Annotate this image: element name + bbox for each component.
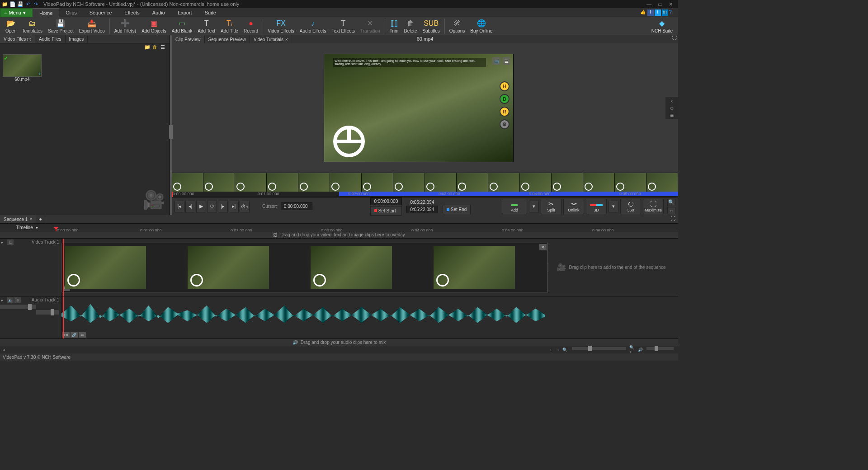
unlink-button[interactable]: ⫘Unlink — [563, 199, 584, 214]
close-button[interactable]: ✕ — [669, 1, 673, 7]
maximize-button[interactable]: ⛶Maximize — [643, 199, 664, 214]
filmstrip-thumb[interactable] — [646, 173, 678, 192]
bin-tab-video[interactable]: Video Files(1) — [0, 35, 35, 43]
bin-clip-item[interactable]: 60.mp4 — [3, 54, 42, 82]
sequence-tab[interactable]: Sequence 1 × — [0, 215, 36, 223]
export-video-button[interactable]: 📤Export Video — [76, 19, 108, 33]
video-track-body[interactable]: ✕ FX 🎥 Drag clip here to add to the end … — [61, 239, 678, 296]
scroll-left-icon[interactable]: ◂ — [3, 348, 5, 352]
zoom-in-icon[interactable]: 🔍+ — [629, 347, 636, 352]
goto-start-button[interactable]: |◂ — [175, 201, 184, 212]
3d-dropdown[interactable]: ▾ — [609, 201, 618, 212]
zoom-slider[interactable] — [572, 347, 626, 350]
mix-track[interactable]: 🔊 Drag and drop your audio clips here to… — [0, 339, 678, 346]
twitter-icon[interactable]: t — [655, 9, 661, 16]
video-effects-button[interactable]: FXVideo Effects — [265, 19, 297, 33]
add-text-button[interactable]: TAdd Text — [195, 19, 218, 33]
volume-slider[interactable] — [0, 305, 36, 309]
tab-audio[interactable]: Audio — [146, 8, 171, 17]
audio-track-body[interactable]: FX 🔗 ∞ — [61, 296, 678, 338]
solo-toggle[interactable]: S — [14, 297, 21, 303]
filmstrip-thumb[interactable] — [172, 173, 203, 192]
filmstrip-thumb[interactable] — [298, 173, 330, 192]
filmstrip-thumb[interactable] — [203, 173, 235, 192]
track-playhead[interactable] — [63, 239, 64, 296]
collapse-track-icon[interactable]: ▾ — [1, 240, 3, 245]
open-button[interactable]: 📂Open — [3, 19, 19, 33]
preview-tab-sequence[interactable]: Sequence Preview — [205, 35, 250, 43]
filmstrip-thumb[interactable] — [488, 173, 520, 192]
like-icon[interactable]: 👍 — [640, 9, 646, 16]
pan-slider[interactable] — [36, 310, 59, 315]
mute-toggle[interactable]: 🔈 — [7, 297, 14, 303]
zoom-in-button[interactable]: 🔍 — [667, 199, 675, 206]
maximize-button[interactable]: ▭ — [658, 1, 662, 7]
close-tab-icon[interactable]: × — [285, 37, 288, 42]
filmstrip-thumb[interactable] — [615, 173, 646, 192]
filmstrip-thumb[interactable] — [425, 173, 457, 192]
tab-suite[interactable]: Suite — [198, 8, 222, 17]
help-icon[interactable]: ? — [669, 9, 675, 16]
step-back-button[interactable]: ◂| — [185, 201, 195, 212]
preview-tab-clip[interactable]: Clip Preview — [172, 35, 205, 43]
goto-end-button[interactable]: ▸| — [229, 201, 239, 212]
video-clip[interactable]: ✕ FX — [61, 243, 548, 292]
facebook-icon[interactable]: f — [647, 9, 654, 16]
bin-delete-icon[interactable]: 🗑 — [152, 44, 159, 51]
tab-clips[interactable]: Clips — [59, 8, 83, 17]
qat-save-icon[interactable]: 💾 — [17, 1, 24, 7]
sequence-expand-icon[interactable]: ⛶ — [668, 215, 678, 223]
play-button[interactable]: ▶ — [196, 201, 206, 212]
track-playhead[interactable] — [63, 296, 64, 338]
qat-open-icon[interactable]: 📁 — [2, 1, 8, 7]
snap-icon[interactable]: ⫞ — [547, 347, 553, 352]
filmstrip-thumb[interactable] — [393, 173, 425, 192]
add-sequence-button[interactable]: + — [36, 215, 45, 223]
bin-tab-audio[interactable]: Audio Files — [35, 35, 65, 43]
speaker-icon[interactable]: 🔊 — [637, 347, 643, 352]
add-title-button[interactable]: TᵢAdd Title — [218, 19, 241, 33]
templates-button[interactable]: 🗂Templates — [19, 19, 45, 33]
add-objects-button[interactable]: ▣Add Objects — [139, 19, 169, 33]
linkedin-icon[interactable]: in — [662, 9, 668, 16]
qat-undo-icon[interactable]: ↶ — [25, 1, 31, 7]
audio-link-icon[interactable]: 🔗 — [71, 332, 78, 338]
add-to-timeline-button[interactable]: ▬Add — [502, 199, 527, 214]
filmstrip-thumb[interactable] — [235, 173, 267, 192]
text-effects-button[interactable]: TText Effects — [329, 19, 358, 33]
tab-sequence[interactable]: Sequence — [83, 8, 118, 17]
filmstrip-thumb[interactable] — [552, 173, 583, 192]
buy-online-button[interactable]: 🌐Buy Online — [467, 19, 495, 33]
set-start-button[interactable]: Set Start — [370, 206, 402, 216]
clip-remove-icon[interactable]: ✕ — [539, 244, 547, 250]
filmstrip-thumb[interactable] — [330, 173, 362, 192]
add-files-button[interactable]: ➕Add File(s) — [112, 19, 139, 33]
preview-tab-tutorials[interactable]: Video Tutorials × — [250, 35, 292, 43]
menu-button[interactable]: ≡ Menu ▾ — [0, 8, 33, 17]
collapse-track-icon[interactable]: ▾ — [1, 298, 3, 303]
close-icon[interactable]: × — [29, 217, 32, 222]
fit-button[interactable]: ↔ — [667, 207, 675, 214]
3d-button[interactable]: ▬▬3D — [586, 199, 607, 214]
360-button[interactable]: ⭮360 — [620, 199, 641, 214]
preview-viewport[interactable]: Welcome truck driver. This time I am goi… — [172, 43, 678, 173]
bin-tab-images[interactable]: Images — [66, 35, 88, 43]
filmstrip-thumb[interactable] — [583, 173, 615, 192]
preview-expand-icon[interactable]: ⛶ — [671, 35, 678, 43]
nch-suite-button[interactable]: ◆NCH Suite — [649, 19, 675, 33]
bin-content[interactable]: 60.mp4 🎥 — [0, 52, 170, 215]
options-button[interactable]: 🛠Options — [447, 19, 467, 33]
bin-list-icon[interactable]: ☰ — [160, 44, 167, 51]
tab-home[interactable]: Home — [33, 8, 59, 17]
subtitles-button[interactable]: SUBSubtitles — [420, 19, 442, 33]
filmstrip-thumb[interactable] — [362, 173, 393, 192]
track-fx-toggle[interactable]: ☐ — [7, 240, 14, 245]
track-end-dropzone[interactable]: 🎥 Drag clip here to add to the end of th… — [548, 263, 675, 272]
qat-redo-icon[interactable]: ↷ — [33, 1, 39, 7]
split-button[interactable]: ✂Split — [541, 199, 561, 214]
zoom-fit-icon[interactable]: ↔ — [555, 347, 561, 352]
trim-button[interactable]: ⟦⟧Trim — [387, 19, 401, 33]
filmstrip[interactable] — [172, 173, 678, 192]
filmstrip-thumb[interactable] — [267, 173, 298, 192]
save-project-button[interactable]: 💾Save Project — [45, 19, 76, 33]
